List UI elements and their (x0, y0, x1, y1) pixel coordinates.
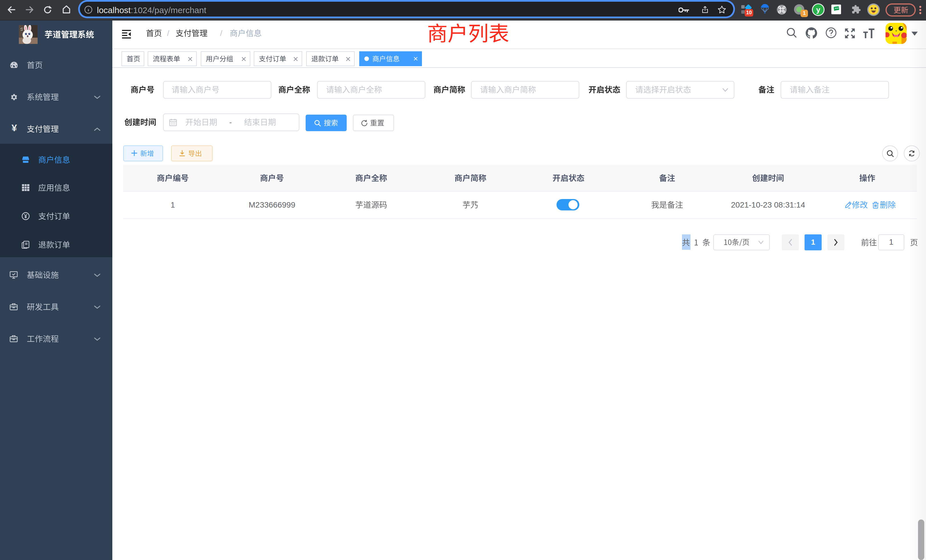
svg-text:y: y (816, 5, 820, 14)
